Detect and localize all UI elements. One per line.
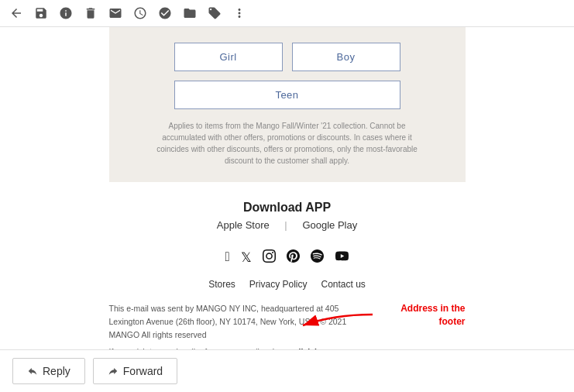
download-separator: | [284, 219, 287, 231]
email-content: Girl Boy Teen Applies to items from the … [0, 27, 574, 349]
info-icon[interactable] [59, 6, 73, 20]
instagram-icon[interactable] [263, 249, 276, 266]
girl-button[interactable]: Girl [174, 43, 283, 71]
footer-address: This e-mail was sent by MANGO NY INC, he… [109, 302, 357, 349]
category-buttons-row: Girl Boy [174, 43, 400, 71]
footer-address-wrapper: This e-mail was sent by MANGO NY INC, he… [109, 302, 466, 349]
twitter-icon[interactable]: 𝕏 [241, 249, 252, 266]
clock-icon[interactable] [133, 6, 147, 20]
unsubscribe-text: If you wish to unsubscribe from our e-ma… [109, 347, 294, 349]
delete-icon[interactable] [84, 6, 98, 20]
facebook-icon[interactable]:  [225, 249, 229, 266]
folder-icon[interactable] [183, 6, 197, 20]
more-icon[interactable] [232, 6, 246, 20]
reply-icon [27, 366, 38, 377]
category-disclaimer: Applies to items from the Mango Fall/Win… [156, 120, 419, 167]
apple-store-link[interactable]: Apple Store [217, 219, 270, 231]
check-circle-icon[interactable] [158, 6, 172, 20]
save-icon[interactable] [34, 6, 48, 20]
pinterest-icon[interactable] [287, 249, 300, 266]
forward-button[interactable]: Forward [93, 358, 177, 384]
toolbar [0, 0, 574, 27]
spotify-icon[interactable] [311, 249, 324, 266]
download-title: Download APP [211, 201, 363, 215]
footer-address-text: This e-mail was sent by MANGO NY INC, he… [109, 302, 357, 341]
forward-icon [108, 366, 119, 377]
reply-label: Reply [43, 365, 70, 377]
google-play-link[interactable]: Google Play [302, 219, 357, 231]
action-bar: Reply Forward [0, 349, 574, 392]
reply-button[interactable]: Reply [12, 358, 85, 384]
contact-us-link[interactable]: Contact us [321, 279, 366, 290]
teen-button-row: Teen [174, 81, 400, 109]
category-section: Girl Boy Teen Applies to items from the … [109, 27, 466, 182]
tag-icon[interactable] [208, 6, 222, 20]
footer-unsubscribe: If you wish to unsubscribe from our e-ma… [109, 346, 357, 349]
stores-link[interactable]: Stores [208, 279, 235, 290]
privacy-policy-link[interactable]: Privacy Policy [249, 279, 308, 290]
forward-label: Forward [123, 365, 163, 377]
back-icon[interactable] [9, 6, 23, 20]
download-section: Download APP Apple Store | Google Play [211, 182, 363, 239]
download-links: Apple Store | Google Play [211, 219, 363, 231]
footer-nav-links: Stores Privacy Policy Contact us [208, 274, 366, 294]
unsubscribe-link[interactable]: click here. [294, 347, 334, 349]
mail-icon[interactable] [108, 6, 122, 20]
boy-button[interactable]: Boy [292, 43, 400, 71]
email-body: Girl Boy Teen Applies to items from the … [0, 27, 574, 349]
youtube-icon[interactable] [335, 249, 349, 266]
teen-button[interactable]: Teen [174, 81, 400, 109]
address-annotation: Address in the footer [380, 302, 466, 328]
social-section:  𝕏 [225, 239, 349, 274]
